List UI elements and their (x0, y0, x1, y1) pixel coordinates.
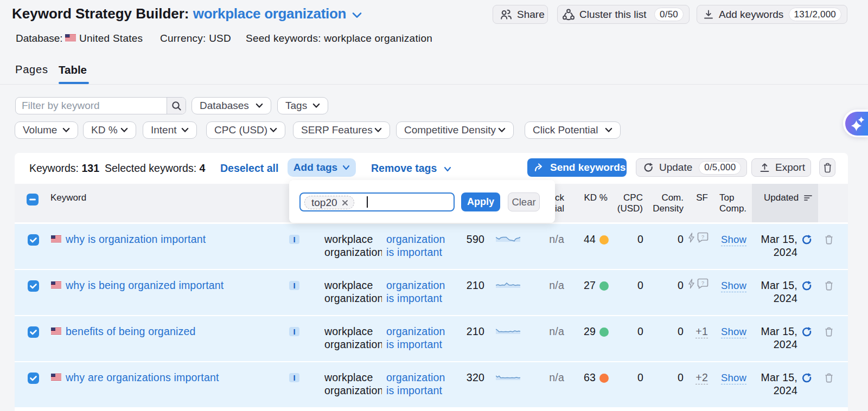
svg-text:?: ? (701, 280, 704, 286)
svg-text:?: ? (701, 234, 704, 240)
